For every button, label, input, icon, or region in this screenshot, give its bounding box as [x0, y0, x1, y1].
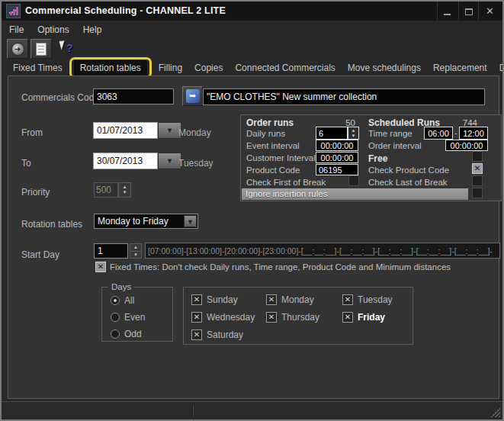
- customer-interval-input[interactable]: [316, 152, 358, 163]
- thursday-checkbox[interactable]: ✕: [266, 312, 277, 323]
- free-label: Free: [368, 153, 387, 164]
- from-date-input[interactable]: [93, 122, 158, 139]
- tab-copies[interactable]: Copies: [194, 61, 223, 75]
- app-icon: [6, 4, 21, 18]
- days-radio-group: Days All Even Odd: [101, 287, 173, 342]
- help-cursor-icon: ?: [59, 40, 76, 57]
- run-schedule-button[interactable]: ➜: [7, 39, 28, 59]
- menu-options[interactable]: Options: [37, 24, 69, 35]
- from-label: From: [21, 127, 43, 138]
- menu-file[interactable]: File: [9, 24, 24, 35]
- start-day-input[interactable]: [94, 243, 128, 259]
- window-title: Commercial Scheduling - CHANNEL 2 LITE: [25, 5, 226, 16]
- fixed-times-checkbox[interactable]: ✕: [95, 262, 106, 272]
- friday-label: Friday: [358, 312, 385, 323]
- commercials-code-label: Commercials Code: [21, 92, 99, 103]
- order-interval-input[interactable]: [445, 140, 488, 151]
- days-radio-all[interactable]: [111, 296, 120, 305]
- check-last-of-break-checkbox[interactable]: [472, 175, 483, 186]
- sunday-checkbox[interactable]: ✕: [191, 294, 202, 305]
- menu-bar: File Options Help: [2, 21, 502, 37]
- rotation-tables-dropdown-button[interactable]: ▼: [184, 215, 197, 227]
- spin-down-icon: ▼: [123, 190, 127, 195]
- tab-delete[interactable]: Delete: [499, 61, 504, 75]
- priority-input[interactable]: [94, 182, 118, 198]
- ignore-insertion-rules-checkbox[interactable]: [472, 188, 483, 198]
- check-first-of-break-checkbox[interactable]: [348, 175, 359, 186]
- ignore-insertion-rules-row[interactable]: Ignore insertion rules: [242, 188, 468, 200]
- spin-up-icon: ▲: [352, 128, 356, 133]
- priority-spinner[interactable]: ▲ ▼: [118, 182, 131, 198]
- menu-help[interactable]: Help: [83, 24, 102, 35]
- chart-bar-icon: [13, 9, 15, 15]
- minimize-button[interactable]: [437, 2, 457, 21]
- to-label: To: [21, 158, 31, 169]
- context-help-button[interactable]: ?: [57, 39, 79, 59]
- lookup-commercial-button[interactable]: ➥: [182, 86, 203, 106]
- customer-interval-label: Customer Interval: [246, 153, 316, 162]
- spin-up-icon: ▲: [133, 245, 138, 250]
- product-code-input[interactable]: [316, 164, 358, 175]
- tab-fixed-times[interactable]: Fixed Times: [12, 61, 63, 75]
- close-button[interactable]: ✕: [478, 2, 501, 21]
- chart-bar-icon: [10, 11, 12, 15]
- maximize-button[interactable]: [458, 2, 478, 21]
- tab-bar: Fixed Times Rotation tables Filling Copi…: [2, 59, 502, 76]
- check-product-code-checkbox[interactable]: ✕: [472, 163, 483, 174]
- days-radio-odd[interactable]: [111, 329, 120, 339]
- commercials-code-input[interactable]: [93, 88, 174, 104]
- days-radio-even-label: Even: [124, 312, 145, 323]
- tab-move-schedulings[interactable]: Move schedulings: [347, 61, 422, 75]
- content-panel: Commercials Code ➥ From ▼ Monday To ▼ Tu…: [8, 76, 499, 399]
- order-interval-label: Order interval: [368, 141, 422, 150]
- start-day-spin-down[interactable]: ▼: [130, 251, 142, 259]
- toolbar: ➜ ?: [2, 38, 502, 59]
- monday-label: Monday: [281, 294, 314, 305]
- to-weekday-label: Tuesday: [178, 158, 213, 169]
- start-day-times-field[interactable]: [145, 243, 500, 259]
- wednesday-checkbox[interactable]: ✕: [191, 312, 202, 323]
- tab-rotation-tables-label: Rotation tables: [80, 63, 141, 73]
- order-runs-label: Order runs: [246, 117, 294, 128]
- tab-replacement[interactable]: Replacement: [432, 61, 488, 75]
- days-radio-even[interactable]: [111, 313, 120, 322]
- start-day-spin-up[interactable]: ▲: [130, 243, 142, 251]
- time-range-label: Time range: [368, 129, 413, 138]
- resize-grip[interactable]: [491, 408, 500, 417]
- daily-runs-spinner[interactable]: ▲ ▼: [348, 127, 359, 140]
- check-product-code-label: Check Product Code: [368, 166, 449, 175]
- rotation-tables-select[interactable]: Monday to Friday ▼: [94, 214, 198, 229]
- product-code-label: Product Code: [246, 166, 300, 175]
- daily-runs-label: Daily runs: [246, 129, 285, 138]
- from-weekday-label: Monday: [178, 127, 211, 138]
- spin-up-icon: ▲: [123, 185, 127, 190]
- weekday-checkbox-group: ✕ Sunday ✕ Monday ✕ Tuesday ✕ Wednesday …: [183, 287, 413, 345]
- wednesday-label: Wednesday: [207, 312, 255, 323]
- spin-down-icon: ▼: [352, 133, 356, 139]
- time-range-from-input[interactable]: [424, 127, 453, 140]
- saturday-label: Saturday: [207, 329, 243, 340]
- fixed-times-note: Fixed Times: Don't check Daily runs, Tim…: [110, 262, 451, 272]
- app-window: Commercial Scheduling - CHANNEL 2 LITE ✕…: [0, 0, 504, 421]
- event-interval-input[interactable]: [316, 140, 358, 151]
- monday-checkbox[interactable]: ✕: [266, 294, 277, 305]
- title-bar: Commercial Scheduling - CHANNEL 2 LITE ✕: [2, 2, 502, 21]
- commercial-description-field[interactable]: [203, 88, 485, 105]
- minimize-icon: [444, 14, 451, 15]
- days-radio-odd-label: Odd: [124, 329, 142, 339]
- days-group-label: Days: [108, 282, 134, 291]
- time-range-to-input[interactable]: [459, 127, 488, 140]
- tuesday-checkbox[interactable]: ✕: [342, 294, 353, 305]
- saturday-checkbox[interactable]: ✕: [191, 329, 202, 340]
- to-date-input[interactable]: [93, 153, 158, 169]
- free-checkbox[interactable]: [472, 151, 483, 162]
- check-first-of-break-label: Check First of Break: [246, 178, 326, 187]
- friday-checkbox[interactable]: ✕: [342, 312, 353, 323]
- tab-filling[interactable]: Filling: [158, 61, 183, 75]
- rotation-tables-value: Monday to Friday: [98, 216, 169, 227]
- tab-connected-commercials[interactable]: Connected Commercials: [234, 61, 335, 75]
- event-interval-label: Event interval: [246, 141, 300, 150]
- daily-runs-input[interactable]: [316, 127, 348, 140]
- tab-rotation-tables[interactable]: Rotation tables: [74, 60, 147, 76]
- report-button[interactable]: [30, 39, 52, 59]
